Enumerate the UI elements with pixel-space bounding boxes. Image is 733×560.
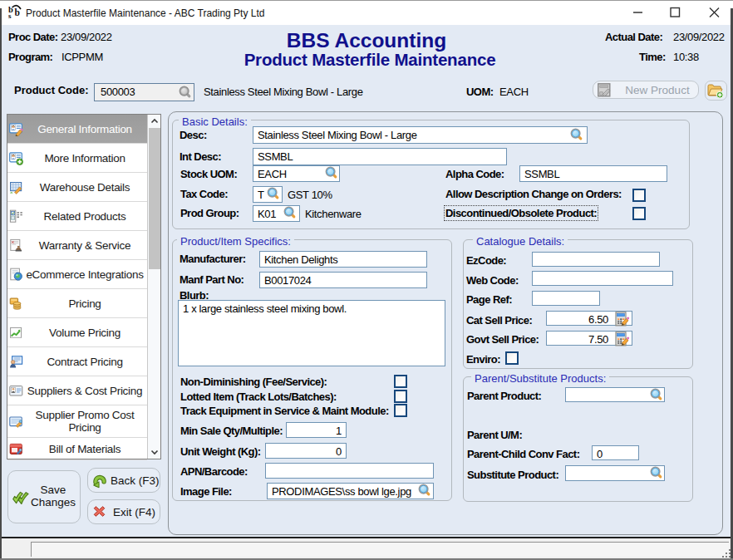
svg-text:s: s xyxy=(8,12,12,20)
svg-text:b: b xyxy=(15,7,20,17)
